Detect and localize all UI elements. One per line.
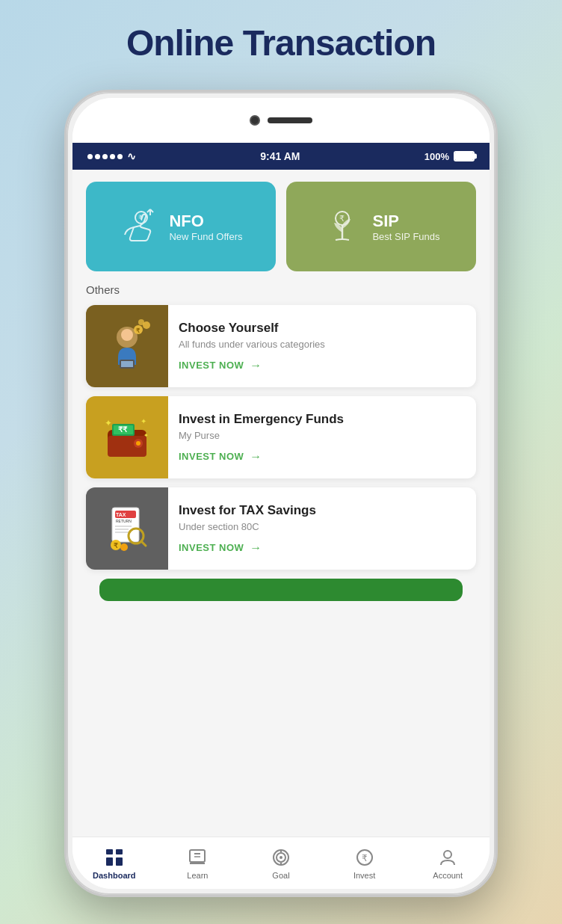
- signal-dot-3: [102, 154, 108, 159]
- svg-rect-36: [116, 849, 123, 854]
- svg-text:TAX: TAX: [116, 512, 126, 517]
- invest-now-label-2: INVEST NOW: [179, 451, 244, 462]
- status-left: ∿: [87, 150, 136, 162]
- list-item-2-subtitle: My Purse: [179, 430, 466, 441]
- list-item-choose-yourself[interactable]: ₹ Choose Yourself All funds under variou…: [86, 305, 476, 387]
- list-item-3-title: Invest for TAX Savings: [179, 503, 466, 518]
- dashboard-label: Dashboard: [93, 871, 135, 880]
- svg-point-45: [280, 856, 282, 859]
- wifi-icon: ∿: [127, 150, 136, 162]
- invest-now-btn-2[interactable]: INVEST NOW →: [179, 450, 466, 463]
- fund-cards-row: ₹ NFO New Fund Offers: [72, 170, 490, 283]
- svg-rect-28: [115, 529, 129, 530]
- nav-item-invest[interactable]: ₹ Invest: [323, 847, 407, 880]
- nfo-title: NFO: [169, 212, 242, 231]
- bottom-nav: Dashboard Learn: [72, 837, 490, 889]
- nfo-card[interactable]: ₹ NFO New Fund Offers: [86, 182, 276, 271]
- svg-text:₹₹: ₹₹: [118, 425, 128, 434]
- learn-icon: [187, 847, 208, 868]
- status-time: 9:41 AM: [260, 150, 300, 162]
- nav-item-goal[interactable]: Goal: [239, 847, 323, 880]
- svg-text:RETURN: RETURN: [116, 519, 132, 523]
- svg-text:₹: ₹: [114, 542, 118, 549]
- list-item-2-content: Invest in Emergency Funds My Purse INVES…: [168, 396, 476, 478]
- others-section: Others: [72, 283, 490, 601]
- nfo-subtitle: New Fund Offers: [169, 231, 242, 242]
- account-icon: [437, 847, 458, 868]
- svg-point-11: [138, 319, 144, 325]
- partial-card: [99, 579, 463, 601]
- page-title: Online Transaction: [0, 22, 562, 64]
- sip-text: SIP Best SIP Funds: [372, 212, 439, 242]
- arrow-right-1: →: [250, 359, 262, 372]
- svg-text:✦: ✦: [140, 417, 146, 425]
- emergency-funds-svg: ₹₹ ✦ ✦ ✦: [97, 407, 157, 467]
- nav-item-account[interactable]: Account: [406, 847, 490, 880]
- account-label: Account: [433, 871, 463, 880]
- list-item-emergency[interactable]: ₹₹ ✦ ✦ ✦ Invest in Emergency Funds My Pu…: [86, 396, 476, 478]
- signal-dot-2: [95, 154, 100, 159]
- svg-rect-38: [116, 857, 123, 866]
- svg-point-15: [136, 441, 140, 446]
- dashboard-icon: [104, 847, 125, 868]
- goal-label: Goal: [272, 871, 289, 880]
- sip-subtitle: Best SIP Funds: [372, 231, 439, 242]
- sip-card[interactable]: ₹ SIP Best SIP Funds: [286, 182, 476, 271]
- page-title-area: Online Transaction: [0, 0, 562, 78]
- sip-svg: ₹: [322, 206, 363, 247]
- svg-point-50: [444, 851, 451, 858]
- invest-label: Invest: [353, 871, 375, 880]
- camera-area: [250, 115, 312, 126]
- svg-text:✦: ✦: [143, 432, 149, 439]
- list-item-2-image: ₹₹ ✦ ✦ ✦: [86, 396, 168, 478]
- svg-line-31: [141, 541, 146, 546]
- phone-frame: ∿ 9:41 AM 100%: [64, 90, 498, 897]
- app-content: ₹ NFO New Fund Offers: [72, 170, 490, 837]
- invest-now-label-1: INVEST NOW: [179, 360, 244, 371]
- svg-text:₹: ₹: [339, 214, 345, 223]
- nav-item-dashboard[interactable]: Dashboard: [72, 847, 156, 880]
- arrow-right-2: →: [250, 450, 262, 463]
- signal-dots: [87, 154, 123, 159]
- phone-notch: [72, 98, 490, 143]
- signal-dot-5: [117, 154, 123, 159]
- status-right: 100%: [424, 151, 475, 162]
- learn-label: Learn: [187, 871, 208, 880]
- nfo-icon: ₹: [119, 206, 160, 247]
- phone-inner: ∿ 9:41 AM 100%: [72, 98, 490, 889]
- svg-text:✦: ✦: [105, 418, 112, 428]
- front-camera: [250, 115, 260, 126]
- invest-now-btn-3[interactable]: INVEST NOW →: [179, 541, 466, 555]
- battery-text: 100%: [424, 151, 449, 162]
- list-item-2-title: Invest in Emergency Funds: [179, 412, 466, 427]
- battery-fill: [455, 153, 473, 160]
- svg-rect-27: [115, 526, 132, 527]
- list-item-1-image: ₹: [86, 305, 168, 387]
- tax-savings-svg: TAX RETURN ₹: [97, 499, 157, 558]
- list-item-1-content: Choose Yourself All funds under various …: [168, 305, 476, 387]
- svg-rect-29: [115, 532, 130, 533]
- svg-point-5: [121, 329, 133, 341]
- signal-dot-4: [110, 154, 115, 159]
- others-label: Others: [86, 283, 476, 296]
- svg-rect-7: [121, 361, 133, 367]
- nav-item-learn[interactable]: Learn: [156, 847, 240, 880]
- list-item-tax[interactable]: TAX RETURN ₹: [86, 487, 476, 570]
- arrow-right-3: →: [250, 541, 262, 555]
- list-item-1-title: Choose Yourself: [179, 321, 466, 336]
- nfo-text: NFO New Fund Offers: [169, 212, 242, 242]
- status-bar: ∿ 9:41 AM 100%: [72, 143, 490, 170]
- invest-now-btn-1[interactable]: INVEST NOW →: [179, 359, 466, 372]
- svg-text:₹: ₹: [362, 853, 368, 863]
- list-item-1-subtitle: All funds under various categories: [179, 339, 466, 350]
- goal-icon: [271, 847, 291, 868]
- svg-rect-35: [106, 849, 113, 854]
- svg-point-34: [120, 543, 128, 551]
- list-item-3-content: Invest for TAX Savings Under section 80C…: [168, 487, 476, 570]
- speaker: [268, 117, 312, 123]
- invest-icon: ₹: [354, 847, 375, 868]
- sip-title: SIP: [372, 212, 439, 231]
- nfo-svg: ₹: [119, 206, 160, 247]
- battery-icon: [454, 151, 475, 161]
- sip-icon: ₹: [322, 206, 363, 247]
